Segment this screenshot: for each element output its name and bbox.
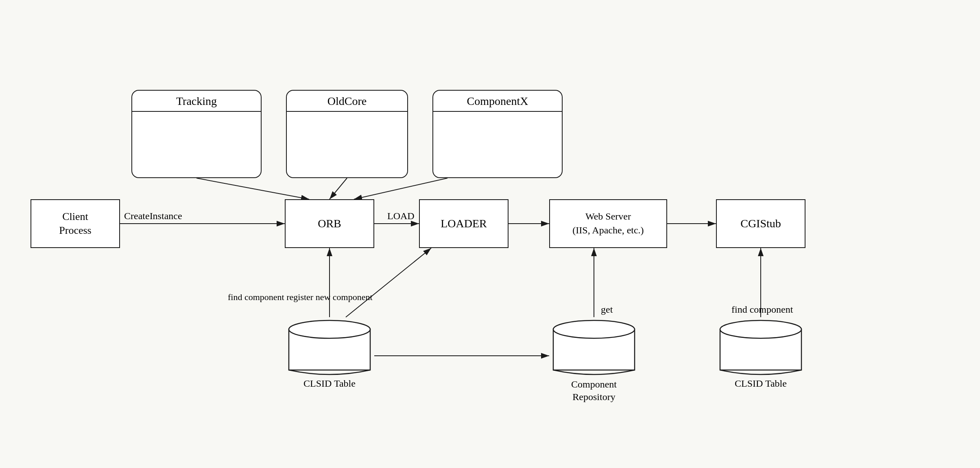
clsid-cylinder-svg-2 [716,317,805,382]
svg-point-18 [720,320,801,338]
tracking-label: Tracking [132,91,261,111]
svg-line-9 [346,248,431,317]
oldcore-body [287,112,407,177]
orb-box: ORB [285,199,374,248]
svg-line-3 [354,178,447,199]
clsid-cylinder-svg-1 [285,317,374,382]
componentx-label: ComponentX [433,91,562,111]
loader-box: LOADER [419,199,509,248]
componentx-component: ComponentX [432,90,563,178]
componentx-body [433,112,562,177]
get-label: get [601,304,613,315]
loader-label: LOADER [441,217,487,230]
webserver-label: Web Server(IIS, Apache, etc.) [572,210,644,237]
svg-line-2 [330,178,347,199]
load-label: LOAD [387,211,415,222]
oldcore-label: OldCore [287,91,407,111]
clsid-table-2: CLSID Table [716,317,805,389]
tracking-component: Tracking [131,90,262,178]
find-component-label: find component [731,304,793,315]
component-repo-svg [549,317,639,382]
component-repo-label: ComponentRepository [571,378,617,403]
webserver-box: Web Server(IIS, Apache, etc.) [549,199,667,248]
component-repository: ComponentRepository [549,317,639,403]
diagram-container: Tracking OldCore ComponentX ClientProces… [0,0,980,468]
oldcore-component: OldCore [286,90,408,178]
svg-point-16 [553,320,635,338]
cgistub-label: CGIStub [740,217,781,230]
tracking-body [132,112,261,177]
create-instance-label: CreateInstance [124,211,182,222]
find-register-label: find component register new component [228,292,373,303]
client-process-box: ClientProcess [31,199,120,248]
svg-line-1 [196,178,309,199]
client-process-label: ClientProcess [59,210,91,237]
svg-point-14 [289,320,370,338]
orb-label: ORB [318,217,341,230]
clsid-table-1: CLSID Table [285,317,374,389]
clsid-table-1-label: CLSID Table [303,378,356,389]
cgistub-box: CGIStub [716,199,805,248]
clsid-table-2-label: CLSID Table [735,378,787,389]
